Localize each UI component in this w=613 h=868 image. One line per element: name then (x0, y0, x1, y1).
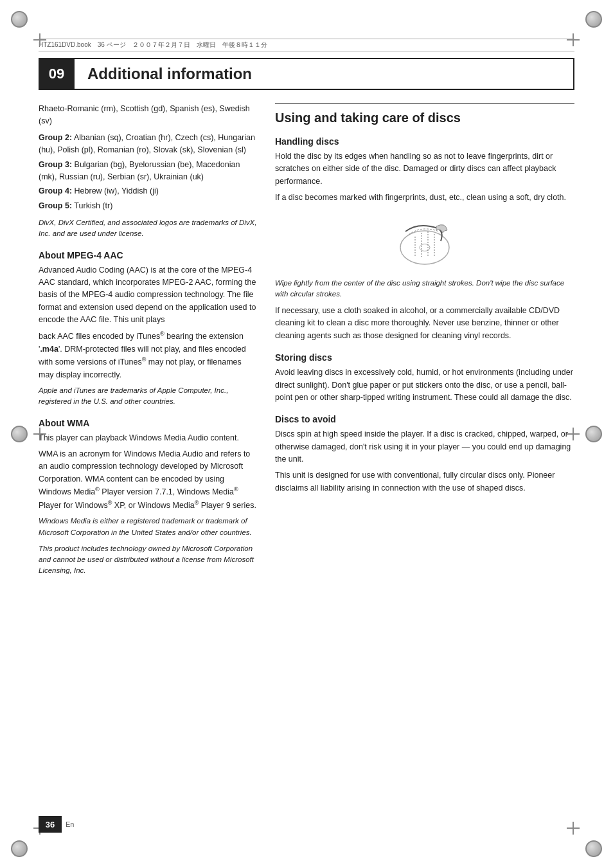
corner-decoration-bl (9, 838, 30, 859)
group4-text: Group 4: Hebrew (iw), Yiddish (ji) (39, 185, 257, 197)
wma-para2: WMA is an acronym for Windows Media Audi… (39, 448, 257, 512)
group5-text: Group 5: Turkish (tr) (39, 200, 257, 212)
corner-decoration-br (583, 838, 604, 859)
chapter-header: 09 Additional information (39, 58, 574, 90)
avoid-heading: Discs to avoid (275, 414, 574, 424)
file-info: HTZ161DVD.book 36 ページ ２００７年２月７日 水曜日 午後８時… (39, 41, 267, 50)
mpeg4-text2: back AAC files encoded by iTunes (39, 332, 160, 341)
mpeg4-reg: ® (160, 330, 164, 337)
wma-text6: Player 9 series. (199, 501, 256, 510)
wma-text5: XP, or Windows Media (112, 501, 194, 510)
group3-text: Group 3: Bulgarian (bg), Byelorussian (b… (39, 159, 257, 184)
avoid-para1: Discs spin at high speed inside the play… (275, 428, 574, 466)
storing-heading: Storing discs (275, 352, 574, 363)
svg-point-1 (420, 244, 430, 251)
corner-decoration-tr (583, 9, 604, 30)
handling-para2: If a disc becomes marked with fingerprin… (275, 192, 574, 204)
corner-decoration-tl (9, 9, 30, 30)
mpeg4-heading: About MPEG-4 AAC (39, 250, 257, 260)
handling-para3: If necessary, use a cloth soaked in alco… (275, 305, 574, 342)
corner-decoration-ml (9, 424, 30, 444)
group2-text: Group 2: Albanian (sq), Croatian (hr), C… (39, 132, 257, 157)
handling-para1: Hold the disc by its edges when handling… (275, 150, 574, 188)
main-title: Using and taking care of discs (275, 103, 574, 126)
corner-decoration-mr (583, 424, 604, 444)
ms-note2: This product includes technology owned b… (39, 543, 257, 577)
chapter-title: Additional information (87, 65, 252, 83)
avoid-para2: This unit is designed for use with conve… (275, 469, 574, 494)
wma-text4: Player for Windows (39, 501, 108, 510)
right-column: Using and taking care of discs Handling … (275, 103, 574, 582)
group5-label: Group 5: (39, 201, 72, 210)
group3-label: Group 3: (39, 160, 72, 169)
mpeg4-text1: Advanced Audio Coding (AAC) is at the co… (39, 266, 256, 325)
page-number: 36 (39, 816, 62, 833)
group4-content: Hebrew (iw), Yiddish (ji) (75, 186, 159, 195)
page-lang: En (66, 820, 74, 828)
chapter-title-box: Additional information (75, 58, 574, 90)
crosshair-tl (33, 33, 46, 46)
mpeg4-para2: back AAC files encoded by iTunes® bearin… (39, 330, 257, 381)
crosshair-mr (567, 428, 580, 440)
wma-reg2: ® (234, 486, 238, 493)
handling-heading: Handling discs (275, 136, 574, 147)
handling-caption: Wipe lightly from the center of the disc… (275, 278, 574, 300)
chapter-number: 09 (39, 58, 75, 90)
disc-cleaning-illustration (386, 212, 463, 270)
ms-note1: Windows Media is either a registered tra… (39, 516, 257, 538)
wma-heading: About WMA (39, 418, 257, 428)
wma-para1: This player can playback Windows Media A… (39, 432, 257, 444)
crosshair-ml (33, 428, 46, 440)
storing-text: Avoid leaving discs in excessively cold,… (275, 366, 574, 404)
mpeg4-para1: Advanced Audio Coding (AAC) is at the co… (39, 264, 257, 327)
divx-note: DivX, DivX Certified, and associated log… (39, 217, 257, 240)
crosshair-br (567, 822, 580, 835)
header-bar: HTZ161DVD.book 36 ページ ２００７年２月７日 水曜日 午後８時… (39, 39, 574, 51)
apple-note: Apple and iTunes are trademarks of Apple… (39, 385, 257, 408)
crosshair-tr (567, 33, 580, 46)
wma-text3: Player version 7.7.1, Windows Media (100, 487, 234, 496)
group4-label: Group 4: (39, 186, 72, 195)
mpeg4-m4a: .m4a (40, 345, 58, 354)
wma-reg1: ® (95, 486, 100, 493)
left-column: Rhaeto-Romanic (rm), Scottish (gd), Span… (39, 103, 257, 582)
page-footer: 36 En (39, 816, 74, 833)
content-area: Rhaeto-Romanic (rm), Scottish (gd), Span… (39, 103, 574, 582)
group2-label: Group 2: (39, 133, 72, 142)
group5-content: Turkish (tr) (74, 201, 112, 210)
groups-intro-text: Rhaeto-Romanic (rm), Scottish (gd), Span… (39, 103, 257, 128)
